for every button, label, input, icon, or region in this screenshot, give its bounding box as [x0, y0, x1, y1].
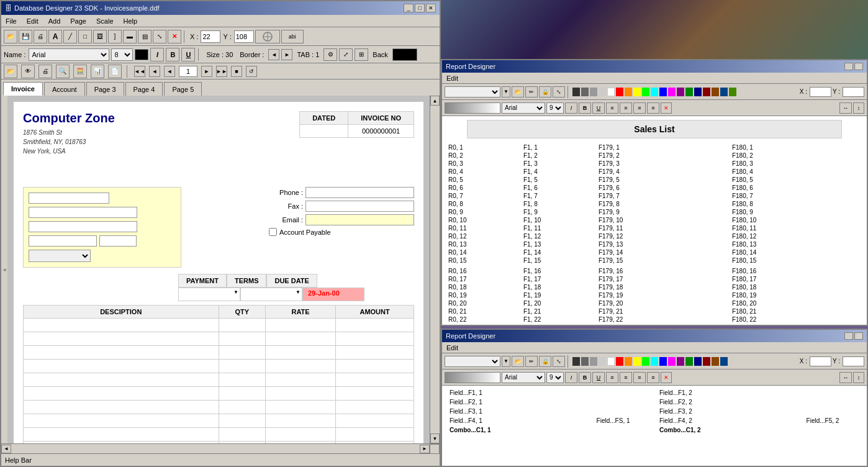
chart-btn[interactable]: 📊	[91, 65, 104, 78]
minimize-button[interactable]: _	[404, 4, 414, 12]
h-scrollbar[interactable]: ◄ ►	[1, 443, 440, 453]
scroll-right-btn[interactable]: ►	[420, 445, 430, 453]
rpt2-minimize[interactable]: _	[844, 332, 853, 340]
rpt2-color-red[interactable]	[616, 357, 623, 366]
menu-scale[interactable]: Scale	[94, 17, 115, 25]
rect-btn[interactable]: □	[78, 30, 92, 43]
rpt2-bold[interactable]: B	[579, 372, 591, 383]
bold-btn[interactable]: B	[166, 48, 179, 61]
rpt2-align-justify[interactable]: ≡	[647, 372, 659, 383]
rpt-size-select[interactable]: 9	[546, 102, 564, 114]
rpt2-pencil-btn[interactable]: ✏	[525, 356, 538, 367]
rpt-y-input[interactable]	[843, 87, 864, 97]
rpt2-color-brown2[interactable]	[712, 357, 719, 366]
nav-prev2[interactable]: ◄	[164, 66, 175, 77]
menu-help[interactable]: Help	[122, 17, 140, 25]
color-blue[interactable]	[659, 88, 667, 96]
rpt-open-btn[interactable]: 📂	[512, 86, 524, 97]
nav-refresh[interactable]: ↺	[246, 66, 257, 77]
menu-edit[interactable]: Edit	[25, 17, 40, 25]
close-button[interactable]: ✕	[426, 4, 436, 12]
scroll-up[interactable]: ▲	[430, 96, 440, 106]
email-input[interactable]	[305, 214, 414, 225]
rpt-italic[interactable]: I	[565, 102, 577, 114]
rpt2-menu-edit[interactable]: Edit	[445, 343, 460, 352]
rpt2-align-center[interactable]: ≡	[620, 372, 632, 383]
border-prev[interactable]: ◄	[268, 49, 279, 60]
bar-btn[interactable]: ▬	[123, 30, 137, 43]
nav-next2[interactable]: ►►	[216, 66, 227, 77]
move-btn[interactable]: ⤢	[339, 48, 353, 61]
nav-first[interactable]: ◄◄	[134, 66, 145, 77]
rpt2-color-dred[interactable]	[703, 357, 710, 366]
rpt-field-select[interactable]	[445, 86, 500, 97]
client-input2[interactable]	[29, 207, 137, 218]
rpt2-delete[interactable]: ✕	[661, 372, 672, 383]
payment-dropdown-icon[interactable]: ▼	[233, 289, 238, 295]
rpt2-font-select[interactable]: Arial	[502, 372, 545, 383]
phone-input[interactable]	[305, 187, 414, 198]
font-select[interactable]: Arial	[29, 48, 109, 61]
rpt2-color-lgray[interactable]	[599, 357, 606, 366]
client-input4b[interactable]	[99, 235, 137, 247]
border-next[interactable]: ►	[281, 49, 292, 60]
rpt-minimize[interactable]: _	[844, 63, 853, 70]
img-btn[interactable]: 🖼	[93, 30, 107, 43]
rpt2-open-btn[interactable]: 📂	[512, 356, 524, 367]
terms-dropdown-icon[interactable]: ▼	[296, 289, 301, 295]
rpt2-resize-btn[interactable]: ⤡	[553, 356, 565, 367]
open-btn[interactable]: 📂	[4, 30, 17, 43]
rpt2-color-black[interactable]	[572, 357, 580, 366]
rpt-font-select[interactable]: Arial	[502, 102, 545, 114]
terms-input[interactable]	[241, 288, 297, 301]
page-input[interactable]	[179, 66, 197, 77]
scroll-left-btn[interactable]: ◄	[1, 445, 11, 453]
color-purple[interactable]	[677, 88, 684, 96]
rpt2-color-green[interactable]	[642, 357, 649, 366]
menu-page[interactable]: Page	[68, 17, 88, 25]
color-cyan[interactable]	[651, 88, 658, 96]
color-black[interactable]	[572, 88, 580, 96]
rpt2-x-input[interactable]	[810, 356, 831, 366]
text-btn[interactable]: A	[48, 30, 62, 43]
color-dgray[interactable]	[581, 88, 589, 96]
rpt2-color-dblue[interactable]	[694, 357, 702, 366]
rpt-underline[interactable]: U	[592, 102, 605, 114]
scroll-down[interactable]: ▼	[430, 433, 440, 443]
rpt2-color-yellow[interactable]	[633, 357, 641, 366]
save-btn[interactable]: 💾	[19, 30, 32, 43]
rpt2-color-orange[interactable]	[625, 357, 632, 366]
preview-btn[interactable]: 👁	[21, 65, 35, 78]
rpt2-color-gray[interactable]	[590, 357, 597, 366]
tab-page5[interactable]: Page 5	[164, 82, 202, 96]
payment-input[interactable]	[179, 288, 235, 301]
tab-page4[interactable]: Page 4	[125, 82, 163, 96]
tab-account[interactable]: Account	[44, 82, 85, 96]
italic-btn[interactable]: I	[150, 48, 164, 61]
color-green[interactable]	[642, 88, 649, 96]
fax-input[interactable]	[305, 201, 414, 212]
rpt2-align-right[interactable]: ≡	[633, 372, 646, 383]
line-btn[interactable]: ╱	[63, 30, 77, 43]
rpt2-color-cyan[interactable]	[651, 357, 658, 366]
maximize-button[interactable]: □	[415, 4, 425, 12]
menu-file[interactable]: File	[4, 17, 19, 25]
delete-btn[interactable]: ✕	[168, 30, 181, 43]
color-olive[interactable]	[729, 88, 736, 96]
nav-last[interactable]: ■	[231, 66, 242, 77]
rpt-delete[interactable]: ✕	[661, 102, 672, 114]
rpt2-underline[interactable]: U	[592, 372, 605, 383]
rpt-maximize[interactable]: □	[854, 63, 863, 70]
rpt-lock-btn[interactable]: 🔒	[539, 86, 551, 97]
snap-btn[interactable]: ⊞	[355, 48, 368, 61]
tab-invoice[interactable]: Invoice	[3, 82, 43, 96]
x-input[interactable]: 22	[201, 30, 220, 43]
rpt-height-btn[interactable]: ↕	[853, 102, 864, 114]
color-lgray[interactable]	[599, 88, 606, 96]
resize-btn[interactable]: ⤡	[153, 30, 166, 43]
underline-btn[interactable]: U	[181, 48, 195, 61]
rpt2-color-white[interactable]	[607, 357, 615, 366]
rpt2-field-select[interactable]	[445, 356, 500, 367]
color-white[interactable]	[607, 88, 615, 96]
rpt2-color-purple[interactable]	[677, 357, 684, 366]
